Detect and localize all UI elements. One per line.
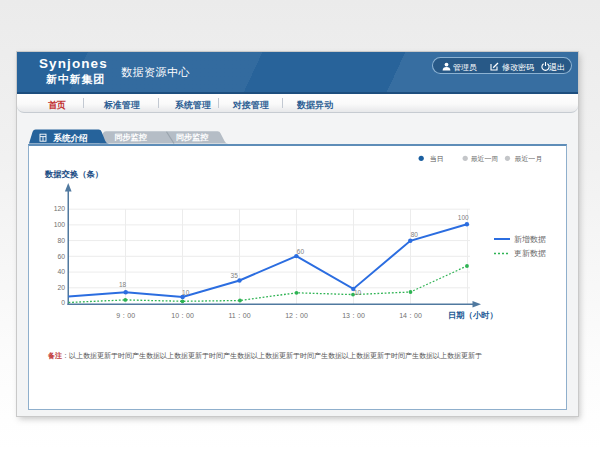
svg-text:20: 20 bbox=[57, 284, 65, 291]
svg-text:同步监控: 同步监控 bbox=[114, 132, 147, 142]
svg-text:当日: 当日 bbox=[430, 155, 444, 162]
svg-text:11：00: 11：00 bbox=[228, 312, 250, 319]
svg-text:18: 18 bbox=[119, 281, 127, 288]
svg-text:100: 100 bbox=[54, 221, 66, 228]
svg-text:同步监控: 同步监控 bbox=[176, 132, 209, 142]
svg-text:80: 80 bbox=[411, 231, 419, 238]
svg-text:35: 35 bbox=[231, 272, 239, 279]
svg-text:100: 100 bbox=[458, 214, 469, 221]
svg-text:系统介绍: 系统介绍 bbox=[52, 133, 88, 143]
svg-text:9：00: 9：00 bbox=[116, 312, 135, 319]
svg-text:更新数据: 更新数据 bbox=[514, 249, 546, 258]
svg-text:10: 10 bbox=[182, 289, 190, 296]
svg-text:13：00: 13：00 bbox=[342, 312, 365, 319]
svg-text:10: 10 bbox=[354, 289, 362, 296]
svg-text:80: 80 bbox=[57, 237, 65, 244]
svg-text:日期（小时）: 日期（小时） bbox=[448, 310, 498, 320]
svg-text:14：00: 14：00 bbox=[399, 312, 422, 319]
svg-text:60: 60 bbox=[297, 248, 305, 255]
svg-text:60: 60 bbox=[57, 253, 65, 260]
svg-text:12：00: 12：00 bbox=[285, 312, 308, 319]
svg-text:最近一月: 最近一月 bbox=[515, 155, 543, 163]
svg-text:最近一周: 最近一周 bbox=[471, 155, 499, 162]
svg-text:10：00: 10：00 bbox=[171, 312, 194, 319]
svg-text:数据交换（条）: 数据交换（条） bbox=[44, 169, 103, 179]
svg-text:0: 0 bbox=[61, 299, 65, 306]
svg-text:120: 120 bbox=[54, 205, 66, 212]
svg-text:新增数据: 新增数据 bbox=[514, 235, 546, 244]
svg-text:40: 40 bbox=[57, 268, 65, 275]
